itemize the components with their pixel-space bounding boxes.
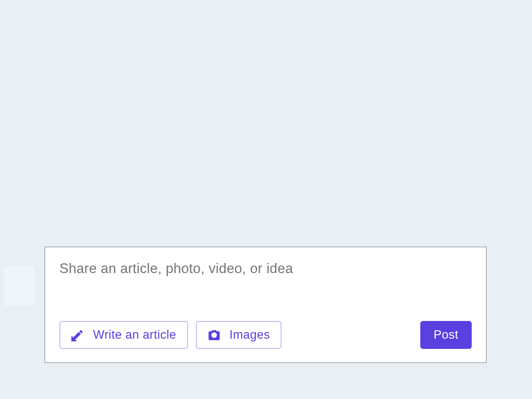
- camera-icon: [207, 329, 221, 342]
- composer-action-row: Write an article Images Post: [59, 321, 472, 349]
- edit-icon: [71, 329, 84, 342]
- post-button[interactable]: Post: [420, 321, 472, 349]
- images-label: Images: [230, 328, 270, 342]
- write-article-label: Write an article: [93, 328, 176, 342]
- svg-point-0: [212, 333, 216, 337]
- composer-left-actions: Write an article Images: [59, 321, 282, 349]
- composer-input[interactable]: [59, 261, 472, 277]
- background-ghost-panel: [4, 266, 35, 306]
- write-article-button[interactable]: Write an article: [59, 321, 188, 349]
- composer-card: Write an article Images Post: [44, 246, 487, 363]
- post-label: Post: [434, 328, 458, 341]
- images-button[interactable]: Images: [196, 321, 282, 349]
